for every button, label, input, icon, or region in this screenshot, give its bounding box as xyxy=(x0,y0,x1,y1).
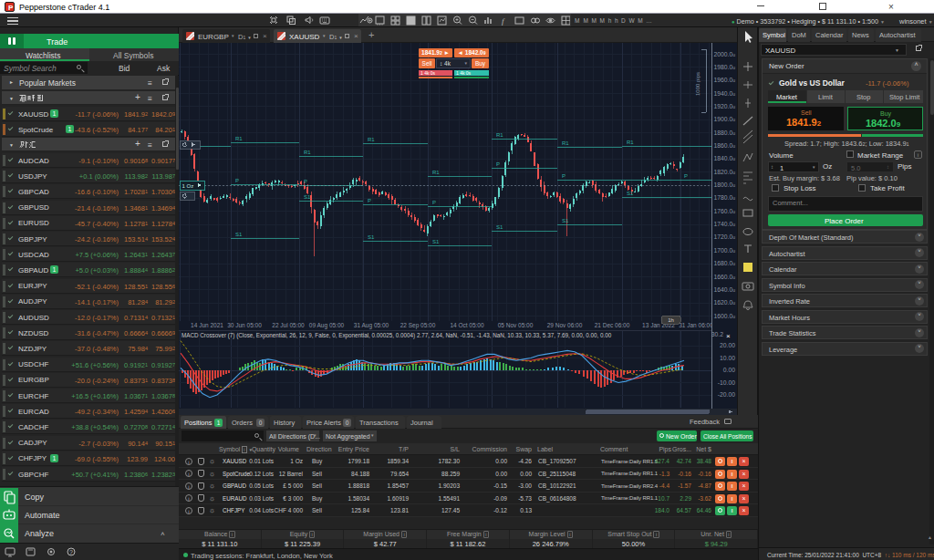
svg-text:1680.0u: 1680.0u xyxy=(713,260,735,266)
svg-text:MACD Crossover (7) (Close, Exp: MACD Crossover (7) (Close, Exponential, … xyxy=(182,332,612,339)
svg-text:R1: R1 xyxy=(627,140,634,145)
svg-text:-20.00: -20.00 xyxy=(718,391,735,398)
svg-text:1840.0u: 1840.0u xyxy=(713,155,735,161)
svg-text:P: P xyxy=(368,198,371,203)
svg-text:S1: S1 xyxy=(304,194,311,200)
svg-text:1620.0u: 1620.0u xyxy=(713,299,735,306)
svg-text:S1: S1 xyxy=(562,218,569,223)
svg-text:1900.0u: 1900.0u xyxy=(713,116,735,122)
svg-text:22 Sep 05:00: 22 Sep 05:00 xyxy=(400,322,436,329)
svg-text:R1: R1 xyxy=(496,132,503,138)
svg-text:P: P xyxy=(562,173,566,179)
svg-text:R1: R1 xyxy=(368,137,375,142)
svg-text:2000.0u: 2000.0u xyxy=(713,51,735,57)
svg-text:P: P xyxy=(304,179,307,184)
svg-text:1640.0u: 1640.0u xyxy=(713,286,735,293)
svg-text:21 Dec 06:00: 21 Dec 06:00 xyxy=(595,322,630,328)
svg-text:10.00: 10.00 xyxy=(720,355,735,361)
svg-text:P: P xyxy=(684,173,688,179)
svg-text:1660.0u: 1660.0u xyxy=(713,274,735,280)
svg-text:1980.0u: 1980.0u xyxy=(713,64,735,70)
svg-text:20.00: 20.00 xyxy=(720,342,735,348)
svg-text:30.2: 30.2 xyxy=(711,331,723,337)
svg-text:1600.0u: 1600.0u xyxy=(713,313,735,319)
svg-text:1000 pips: 1000 pips xyxy=(695,72,700,96)
svg-text:S1: S1 xyxy=(627,191,634,196)
svg-text:1 Oz: 1 Oz xyxy=(182,183,194,189)
svg-text:1880.0u: 1880.0u xyxy=(713,130,735,136)
svg-text:1780.0u: 1780.0u xyxy=(713,194,735,201)
svg-text:1760.0u: 1760.0u xyxy=(713,208,735,214)
svg-text:31 Jan 06:00: 31 Jan 06:00 xyxy=(679,322,713,328)
svg-text:R1: R1 xyxy=(304,150,311,155)
svg-text:29 Nov 06:00: 29 Nov 06:00 xyxy=(547,322,583,328)
svg-text:1740.0u: 1740.0u xyxy=(713,221,735,227)
svg-text:14 Oct 05:00: 14 Oct 05:00 xyxy=(450,322,484,328)
svg-text:22 Jul 05:00: 22 Jul 05:00 xyxy=(272,322,305,328)
svg-text:1700.0u: 1700.0u xyxy=(713,247,735,254)
svg-text:P: P xyxy=(496,161,500,167)
svg-text:09 Aug 05:00: 09 Aug 05:00 xyxy=(309,322,345,329)
svg-text:1720.0u: 1720.0u xyxy=(713,233,735,240)
svg-text:×: × xyxy=(726,332,731,340)
svg-text:R1: R1 xyxy=(235,136,243,141)
svg-text:S1: S1 xyxy=(496,224,503,230)
svg-text:-10.00: -10.00 xyxy=(718,379,735,386)
svg-text:R1: R1 xyxy=(432,170,440,175)
svg-text:f: f xyxy=(502,16,505,26)
svg-text:31 Aug 05:00: 31 Aug 05:00 xyxy=(354,322,389,329)
svg-text:1800.0u: 1800.0u xyxy=(713,181,735,188)
svg-text:1820.0u: 1820.0u xyxy=(713,169,735,175)
svg-text:1960.0u: 1960.0u xyxy=(713,77,735,83)
svg-text:1920.0u: 1920.0u xyxy=(713,103,735,109)
svg-text:P: P xyxy=(432,200,436,205)
svg-text:1h: 1h xyxy=(668,317,674,323)
svg-text:1940.0u: 1940.0u xyxy=(713,90,735,97)
svg-text:0.00: 0.00 xyxy=(723,367,735,373)
svg-text:P: P xyxy=(235,178,239,183)
svg-text:?: ? xyxy=(69,549,73,555)
svg-text:S1: S1 xyxy=(368,234,375,240)
svg-text:14 Jun 2021: 14 Jun 2021 xyxy=(191,322,223,328)
svg-text:30 Jun 05:00: 30 Jun 05:00 xyxy=(227,322,262,328)
svg-text:S1: S1 xyxy=(432,239,440,244)
svg-text:1860.0u: 1860.0u xyxy=(713,142,735,149)
svg-text:R1: R1 xyxy=(562,140,569,146)
svg-text:S1: S1 xyxy=(235,232,243,237)
svg-text:05 Nov 05:00: 05 Nov 05:00 xyxy=(498,322,534,328)
